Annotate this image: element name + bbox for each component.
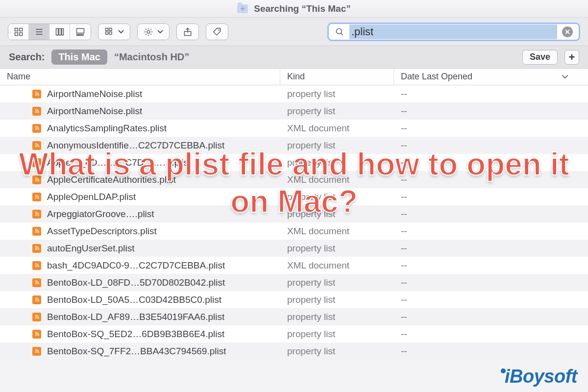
- search-icon: [335, 27, 344, 37]
- table-row[interactable]: BentoBox-LD_08FD…5D70D802B042.plistprope…: [0, 274, 588, 291]
- table-row[interactable]: ArpeggiatorGroove….plistproperty list--: [0, 205, 588, 222]
- titlebar: Searching “This Mac”: [0, 0, 588, 18]
- scope-macintosh-hd[interactable]: “Macintosh HD”: [114, 51, 189, 63]
- svg-rect-25: [106, 32, 108, 34]
- scrollbar[interactable]: [579, 85, 586, 387]
- rss-file-icon: [32, 210, 41, 219]
- column-header-kind[interactable]: Kind: [280, 69, 394, 85]
- add-criteria-button[interactable]: +: [564, 50, 579, 65]
- svg-point-30: [336, 28, 342, 34]
- table-row[interactable]: AnonymousIdentifie…C2C7D7CEBBA.plistprop…: [0, 137, 588, 154]
- cell-kind: property list: [280, 243, 394, 254]
- share-icon: [183, 27, 193, 37]
- file-name: AppleOpenLDAP.plist: [47, 192, 136, 202]
- cell-name: AnonymousIdentifie…C2C7D7CEBBA.plist: [0, 140, 280, 151]
- table-row[interactable]: Apple…_4D………C7D……….plistproperty list--: [0, 154, 588, 171]
- save-search-button[interactable]: Save: [522, 50, 558, 65]
- cell-name: AirportNameNoise.plist: [0, 106, 280, 117]
- share-button[interactable]: [176, 24, 199, 40]
- clear-search-button[interactable]: [562, 26, 573, 37]
- search-scope-bar: Search: This Mac “Macintosh HD” Save +: [0, 46, 588, 69]
- cell-kind: property list: [280, 277, 394, 288]
- view-columns-button[interactable]: [49, 24, 70, 40]
- search-field[interactable]: .plist: [327, 23, 580, 41]
- svg-point-33: [35, 112, 36, 113]
- cell-name: Apple…_4D………C7D……….plist: [0, 157, 280, 168]
- file-name: bash_4DC9ADC0-9…C2C7D7CEBBA.plist: [47, 260, 225, 271]
- table-row[interactable]: BentoBox-LD_50A5…C03D42BB5C0.plistproper…: [0, 291, 588, 308]
- svg-point-47: [35, 352, 36, 353]
- cell-date: --: [394, 277, 588, 288]
- cell-kind: XML document: [280, 123, 394, 134]
- table-row[interactable]: AirportNameNoise.plistproperty list--: [0, 85, 588, 102]
- action-menu-button[interactable]: [137, 24, 170, 40]
- table-row[interactable]: BentoBox-SQ_5ED2…6DB9B3BB6E4.plistproper…: [0, 325, 588, 343]
- table-row[interactable]: autoEngUserSet.plistproperty list--: [0, 240, 588, 257]
- column-header-date[interactable]: Date Last Opened: [394, 69, 588, 85]
- view-gallery-button[interactable]: [70, 24, 91, 40]
- svg-rect-18: [62, 28, 63, 35]
- rss-file-icon: [32, 124, 41, 133]
- column-header-name[interactable]: Name: [0, 69, 280, 85]
- cell-date: --: [394, 329, 588, 340]
- svg-rect-12: [19, 32, 22, 35]
- chevron-down-icon: [562, 74, 568, 80]
- cell-date: --: [394, 174, 588, 185]
- table-row[interactable]: AppleCertificateAuthorities.plistXML doc…: [0, 171, 588, 188]
- group-by-button[interactable]: [98, 24, 130, 40]
- rss-file-icon: [32, 227, 41, 236]
- cell-kind: XML document: [280, 260, 394, 271]
- cell-name: bash_4DC9ADC0-9…C2C7D7CEBBA.plist: [0, 260, 280, 271]
- cell-kind: property list: [280, 192, 394, 202]
- column-header-date-label: Date Last Opened: [401, 72, 472, 82]
- table-row[interactable]: AirportNameNoise.plistproperty list--: [0, 102, 588, 120]
- svg-rect-20: [77, 34, 78, 36]
- rss-file-icon: [32, 107, 41, 116]
- toolbar: .plist: [0, 18, 588, 46]
- tags-button[interactable]: [206, 24, 228, 40]
- cell-date: --: [394, 226, 588, 237]
- search-text[interactable]: .plist: [349, 24, 557, 39]
- column-headers: Name Kind Date Last Opened: [0, 69, 588, 85]
- window-title: Searching “This Mac”: [254, 3, 350, 14]
- scope-this-mac[interactable]: This Mac: [51, 49, 107, 65]
- rss-file-icon: [32, 141, 41, 150]
- view-mode-segment: [8, 24, 91, 40]
- cell-name: AssetTypeDescriptors.plist: [0, 226, 280, 237]
- view-list-button[interactable]: [29, 24, 49, 40]
- rss-file-icon: [32, 278, 41, 287]
- svg-rect-21: [79, 34, 81, 36]
- cell-name: BentoBox-LD_AF89…B3E54019FAA6.plist: [0, 312, 280, 322]
- table-row[interactable]: BentoBox-SQ_7FF2…BBA43C794569.plistprope…: [0, 343, 588, 360]
- svg-line-8: [244, 7, 244, 7]
- table-row[interactable]: AnalyticsSamplingRates.plistXML document…: [0, 120, 588, 137]
- rss-file-icon: [32, 90, 41, 98]
- file-name: ArpeggiatorGroove….plist: [47, 209, 154, 220]
- cell-date: --: [394, 192, 588, 202]
- folder-smart-icon: [237, 4, 248, 13]
- file-name: AppleCertificateAuthorities.plist: [47, 174, 176, 185]
- cell-name: AppleOpenLDAP.plist: [0, 192, 280, 202]
- svg-line-5: [241, 7, 242, 7]
- svg-rect-10: [19, 28, 22, 31]
- table-row[interactable]: AppleOpenLDAP.plistproperty list--: [0, 188, 588, 205]
- watermark-text: iBoysoft: [505, 366, 577, 387]
- table-row[interactable]: BentoBox-LD_AF89…B3E54019FAA6.plistprope…: [0, 308, 588, 325]
- svg-line-31: [341, 33, 343, 35]
- svg-point-46: [35, 335, 36, 336]
- svg-point-40: [35, 232, 36, 233]
- cell-date: --: [394, 209, 588, 220]
- rss-file-icon: [32, 261, 41, 270]
- cell-name: autoEngUserSet.plist: [0, 243, 280, 254]
- cell-date: --: [394, 89, 588, 99]
- view-icons-button[interactable]: [8, 24, 29, 40]
- svg-point-36: [35, 163, 36, 164]
- file-name: BentoBox-LD_AF89…B3E54019FAA6.plist: [47, 312, 224, 322]
- svg-rect-22: [82, 34, 83, 36]
- table-row[interactable]: bash_4DC9ADC0-9…C2C7D7CEBBA.plistXML doc…: [0, 257, 588, 274]
- cell-name: AirportNameNoise.plist: [0, 89, 280, 99]
- file-name: AirportNameNoise.plist: [47, 89, 142, 99]
- svg-point-34: [35, 129, 36, 130]
- table-row[interactable]: AssetTypeDescriptors.plistXML document--: [0, 222, 588, 240]
- cell-name: BentoBox-SQ_5ED2…6DB9B3BB6E4.plist: [0, 329, 280, 340]
